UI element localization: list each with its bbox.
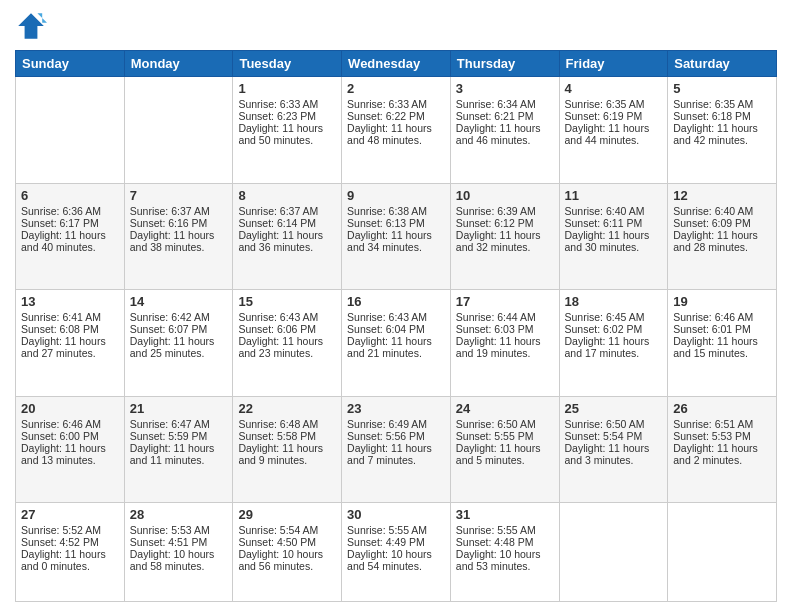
day-info: Daylight: 11 hours and 50 minutes. <box>238 122 336 146</box>
day-info: Sunrise: 5:55 AM <box>456 524 554 536</box>
day-number: 25 <box>565 401 663 416</box>
day-info: Sunrise: 6:33 AM <box>347 98 445 110</box>
weekday-header-sunday: Sunday <box>16 51 125 77</box>
day-number: 22 <box>238 401 336 416</box>
day-info: Sunset: 6:06 PM <box>238 323 336 335</box>
day-info: Daylight: 11 hours and 13 minutes. <box>21 442 119 466</box>
day-info: Sunrise: 6:35 AM <box>673 98 771 110</box>
calendar-header-row: SundayMondayTuesdayWednesdayThursdayFrid… <box>16 51 777 77</box>
day-info: Sunset: 6:08 PM <box>21 323 119 335</box>
day-info: Sunset: 5:58 PM <box>238 430 336 442</box>
calendar-cell: 11Sunrise: 6:40 AMSunset: 6:11 PMDayligh… <box>559 183 668 290</box>
day-info: Sunset: 6:14 PM <box>238 217 336 229</box>
day-info: Sunset: 5:54 PM <box>565 430 663 442</box>
day-number: 30 <box>347 507 445 522</box>
day-info: Daylight: 11 hours and 9 minutes. <box>238 442 336 466</box>
day-info: Sunset: 6:19 PM <box>565 110 663 122</box>
day-number: 27 <box>21 507 119 522</box>
day-info: Sunset: 5:55 PM <box>456 430 554 442</box>
day-info: Sunrise: 6:50 AM <box>456 418 554 430</box>
calendar-cell: 31Sunrise: 5:55 AMSunset: 4:48 PMDayligh… <box>450 503 559 602</box>
day-info: Sunrise: 5:52 AM <box>21 524 119 536</box>
day-info: Sunset: 4:48 PM <box>456 536 554 548</box>
day-info: Sunset: 6:02 PM <box>565 323 663 335</box>
day-info: Sunrise: 6:49 AM <box>347 418 445 430</box>
logo <box>15 10 51 42</box>
day-info: Daylight: 10 hours and 58 minutes. <box>130 548 228 572</box>
day-number: 18 <box>565 294 663 309</box>
day-info: Daylight: 11 hours and 44 minutes. <box>565 122 663 146</box>
day-number: 5 <box>673 81 771 96</box>
calendar-week-1: 1Sunrise: 6:33 AMSunset: 6:23 PMDaylight… <box>16 77 777 184</box>
weekday-header-tuesday: Tuesday <box>233 51 342 77</box>
day-info: Daylight: 11 hours and 15 minutes. <box>673 335 771 359</box>
day-info: Daylight: 11 hours and 38 minutes. <box>130 229 228 253</box>
day-number: 1 <box>238 81 336 96</box>
day-info: Sunrise: 6:37 AM <box>238 205 336 217</box>
day-info: Sunrise: 6:43 AM <box>347 311 445 323</box>
day-info: Sunset: 6:22 PM <box>347 110 445 122</box>
day-info: Sunset: 6:09 PM <box>673 217 771 229</box>
day-info: Sunrise: 6:43 AM <box>238 311 336 323</box>
day-info: Sunrise: 6:40 AM <box>673 205 771 217</box>
day-number: 19 <box>673 294 771 309</box>
day-number: 2 <box>347 81 445 96</box>
day-number: 15 <box>238 294 336 309</box>
day-info: Daylight: 11 hours and 46 minutes. <box>456 122 554 146</box>
day-info: Daylight: 11 hours and 36 minutes. <box>238 229 336 253</box>
day-number: 6 <box>21 188 119 203</box>
day-info: Sunrise: 6:46 AM <box>21 418 119 430</box>
day-info: Sunset: 6:23 PM <box>238 110 336 122</box>
calendar-cell: 18Sunrise: 6:45 AMSunset: 6:02 PMDayligh… <box>559 290 668 397</box>
day-info: Sunset: 6:11 PM <box>565 217 663 229</box>
calendar-cell: 9Sunrise: 6:38 AMSunset: 6:13 PMDaylight… <box>342 183 451 290</box>
calendar-cell: 25Sunrise: 6:50 AMSunset: 5:54 PMDayligh… <box>559 396 668 503</box>
day-info: Daylight: 11 hours and 42 minutes. <box>673 122 771 146</box>
weekday-header-saturday: Saturday <box>668 51 777 77</box>
day-number: 26 <box>673 401 771 416</box>
calendar-cell: 17Sunrise: 6:44 AMSunset: 6:03 PMDayligh… <box>450 290 559 397</box>
day-info: Sunset: 6:17 PM <box>21 217 119 229</box>
calendar-cell: 22Sunrise: 6:48 AMSunset: 5:58 PMDayligh… <box>233 396 342 503</box>
weekday-header-wednesday: Wednesday <box>342 51 451 77</box>
day-info: Sunset: 5:59 PM <box>130 430 228 442</box>
calendar-cell: 7Sunrise: 6:37 AMSunset: 6:16 PMDaylight… <box>124 183 233 290</box>
calendar-cell: 2Sunrise: 6:33 AMSunset: 6:22 PMDaylight… <box>342 77 451 184</box>
day-info: Daylight: 11 hours and 5 minutes. <box>456 442 554 466</box>
calendar-week-3: 13Sunrise: 6:41 AMSunset: 6:08 PMDayligh… <box>16 290 777 397</box>
day-info: Daylight: 11 hours and 32 minutes. <box>456 229 554 253</box>
day-info: Daylight: 10 hours and 54 minutes. <box>347 548 445 572</box>
day-number: 9 <box>347 188 445 203</box>
day-number: 21 <box>130 401 228 416</box>
day-info: Sunset: 6:04 PM <box>347 323 445 335</box>
weekday-header-monday: Monday <box>124 51 233 77</box>
calendar-cell: 1Sunrise: 6:33 AMSunset: 6:23 PMDaylight… <box>233 77 342 184</box>
day-info: Daylight: 11 hours and 2 minutes. <box>673 442 771 466</box>
day-number: 3 <box>456 81 554 96</box>
day-number: 16 <box>347 294 445 309</box>
day-info: Sunset: 6:18 PM <box>673 110 771 122</box>
day-info: Sunset: 4:51 PM <box>130 536 228 548</box>
calendar-cell: 3Sunrise: 6:34 AMSunset: 6:21 PMDaylight… <box>450 77 559 184</box>
day-info: Sunset: 5:53 PM <box>673 430 771 442</box>
day-number: 24 <box>456 401 554 416</box>
day-info: Sunrise: 6:40 AM <box>565 205 663 217</box>
calendar-cell: 26Sunrise: 6:51 AMSunset: 5:53 PMDayligh… <box>668 396 777 503</box>
day-info: Sunset: 5:56 PM <box>347 430 445 442</box>
day-info: Sunrise: 6:39 AM <box>456 205 554 217</box>
day-info: Daylight: 10 hours and 53 minutes. <box>456 548 554 572</box>
calendar-cell <box>668 503 777 602</box>
calendar-cell: 8Sunrise: 6:37 AMSunset: 6:14 PMDaylight… <box>233 183 342 290</box>
day-info: Sunrise: 6:37 AM <box>130 205 228 217</box>
day-info: Sunrise: 6:41 AM <box>21 311 119 323</box>
day-info: Sunset: 6:00 PM <box>21 430 119 442</box>
day-info: Sunrise: 6:46 AM <box>673 311 771 323</box>
day-info: Daylight: 10 hours and 56 minutes. <box>238 548 336 572</box>
day-info: Sunrise: 6:33 AM <box>238 98 336 110</box>
day-info: Sunset: 4:49 PM <box>347 536 445 548</box>
day-info: Sunset: 6:16 PM <box>130 217 228 229</box>
day-info: Daylight: 11 hours and 7 minutes. <box>347 442 445 466</box>
day-number: 12 <box>673 188 771 203</box>
day-number: 4 <box>565 81 663 96</box>
day-number: 13 <box>21 294 119 309</box>
